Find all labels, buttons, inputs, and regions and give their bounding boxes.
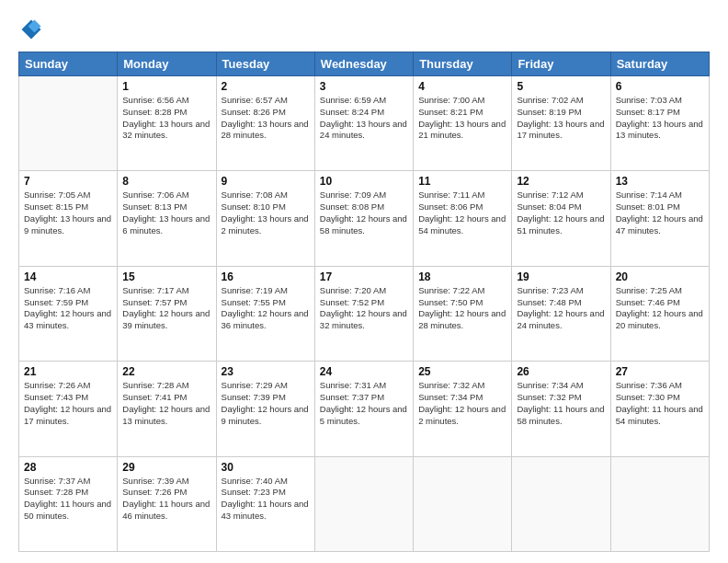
- logo-icon: [18, 17, 44, 42]
- weekday-header: Thursday: [414, 52, 512, 76]
- day-info: Sunrise: 7:25 AMSunset: 7:46 PMDaylight:…: [616, 285, 703, 330]
- day-info: Sunrise: 7:32 AMSunset: 7:34 PMDaylight:…: [418, 380, 506, 425]
- day-number: 21: [24, 365, 112, 378]
- day-number: 25: [418, 365, 506, 378]
- calendar-cell: 21 Sunrise: 7:26 AMSunset: 7:43 PMDaylig…: [19, 362, 118, 456]
- weekday-header-row: SundayMondayTuesdayWednesdayThursdayFrid…: [19, 52, 710, 76]
- day-info: Sunrise: 7:34 AMSunset: 7:32 PMDaylight:…: [517, 380, 604, 425]
- day-number: 13: [616, 175, 704, 188]
- day-number: 26: [517, 365, 605, 378]
- logo: [18, 17, 48, 42]
- day-info: Sunrise: 7:29 AMSunset: 7:39 PMDaylight:…: [222, 380, 309, 425]
- day-info: Sunrise: 6:59 AMSunset: 8:24 PMDaylight:…: [320, 95, 407, 140]
- calendar-cell: 4 Sunrise: 7:00 AMSunset: 8:21 PMDayligh…: [414, 76, 512, 171]
- day-info: Sunrise: 7:28 AMSunset: 7:41 PMDaylight:…: [122, 380, 210, 425]
- day-number: 1: [122, 80, 210, 93]
- day-info: Sunrise: 7:17 AMSunset: 7:57 PMDaylight:…: [122, 285, 210, 330]
- calendar-cell: [512, 456, 610, 551]
- calendar-cell: 24 Sunrise: 7:31 AMSunset: 7:37 PMDaylig…: [314, 362, 413, 456]
- day-info: Sunrise: 7:12 AMSunset: 8:04 PMDaylight:…: [517, 190, 604, 235]
- day-info: Sunrise: 7:09 AMSunset: 8:08 PMDaylight:…: [320, 190, 407, 235]
- day-info: Sunrise: 7:31 AMSunset: 7:37 PMDaylight:…: [320, 380, 407, 425]
- day-info: Sunrise: 7:23 AMSunset: 7:48 PMDaylight:…: [517, 285, 604, 330]
- calendar-cell: 20 Sunrise: 7:25 AMSunset: 7:46 PMDaylig…: [610, 266, 709, 361]
- day-number: 12: [517, 175, 605, 188]
- day-number: 22: [122, 365, 210, 378]
- week-row: 14 Sunrise: 7:16 AMSunset: 7:59 PMDaylig…: [19, 266, 710, 361]
- day-info: Sunrise: 6:57 AMSunset: 8:26 PMDaylight:…: [222, 95, 309, 140]
- calendar-cell: [314, 456, 413, 551]
- day-number: 20: [616, 270, 704, 283]
- week-row: 1 Sunrise: 6:56 AMSunset: 8:28 PMDayligh…: [19, 76, 710, 171]
- day-info: Sunrise: 7:20 AMSunset: 7:52 PMDaylight:…: [320, 285, 407, 330]
- day-number: 28: [24, 461, 112, 474]
- day-info: Sunrise: 7:37 AMSunset: 7:28 PMDaylight:…: [24, 476, 111, 521]
- calendar-cell: 10 Sunrise: 7:09 AMSunset: 8:08 PMDaylig…: [314, 171, 413, 266]
- calendar-cell: 17 Sunrise: 7:20 AMSunset: 7:52 PMDaylig…: [314, 266, 413, 361]
- calendar-cell: 15 Sunrise: 7:17 AMSunset: 7:57 PMDaylig…: [118, 266, 216, 361]
- day-info: Sunrise: 7:08 AMSunset: 8:10 PMDaylight:…: [222, 190, 309, 235]
- day-info: Sunrise: 7:19 AMSunset: 7:55 PMDaylight:…: [222, 285, 309, 330]
- calendar-cell: 23 Sunrise: 7:29 AMSunset: 7:39 PMDaylig…: [216, 362, 314, 456]
- day-number: 9: [222, 175, 310, 188]
- day-info: Sunrise: 7:16 AMSunset: 7:59 PMDaylight:…: [24, 285, 111, 330]
- calendar-cell: 26 Sunrise: 7:34 AMSunset: 7:32 PMDaylig…: [512, 362, 610, 456]
- weekday-header: Tuesday: [216, 52, 314, 76]
- day-number: 29: [122, 461, 210, 474]
- day-info: Sunrise: 7:03 AMSunset: 8:17 PMDaylight:…: [616, 95, 703, 140]
- calendar-cell: 6 Sunrise: 7:03 AMSunset: 8:17 PMDayligh…: [610, 76, 709, 171]
- calendar-cell: 12 Sunrise: 7:12 AMSunset: 8:04 PMDaylig…: [512, 171, 610, 266]
- calendar-cell: 7 Sunrise: 7:05 AMSunset: 8:15 PMDayligh…: [19, 171, 118, 266]
- calendar-cell: 25 Sunrise: 7:32 AMSunset: 7:34 PMDaylig…: [414, 362, 512, 456]
- week-row: 21 Sunrise: 7:26 AMSunset: 7:43 PMDaylig…: [19, 362, 710, 456]
- day-info: Sunrise: 7:02 AMSunset: 8:19 PMDaylight:…: [517, 95, 604, 140]
- calendar-cell: 14 Sunrise: 7:16 AMSunset: 7:59 PMDaylig…: [19, 266, 118, 361]
- day-info: Sunrise: 7:40 AMSunset: 7:23 PMDaylight:…: [222, 476, 309, 521]
- day-number: 14: [24, 270, 112, 283]
- calendar-cell: 3 Sunrise: 6:59 AMSunset: 8:24 PMDayligh…: [314, 76, 413, 171]
- day-info: Sunrise: 7:14 AMSunset: 8:01 PMDaylight:…: [616, 190, 703, 235]
- day-number: 18: [418, 270, 506, 283]
- day-number: 24: [320, 365, 408, 378]
- day-number: 7: [24, 175, 112, 188]
- calendar-cell: 1 Sunrise: 6:56 AMSunset: 8:28 PMDayligh…: [118, 76, 216, 171]
- calendar-cell: 11 Sunrise: 7:11 AMSunset: 8:06 PMDaylig…: [414, 171, 512, 266]
- calendar-cell: 30 Sunrise: 7:40 AMSunset: 7:23 PMDaylig…: [216, 456, 314, 551]
- calendar-cell: 29 Sunrise: 7:39 AMSunset: 7:26 PMDaylig…: [118, 456, 216, 551]
- day-info: Sunrise: 7:11 AMSunset: 8:06 PMDaylight:…: [418, 190, 506, 235]
- day-info: Sunrise: 7:36 AMSunset: 7:30 PMDaylight:…: [616, 380, 703, 425]
- calendar-cell: [414, 456, 512, 551]
- day-info: Sunrise: 7:00 AMSunset: 8:21 PMDaylight:…: [418, 95, 506, 140]
- calendar-cell: 22 Sunrise: 7:28 AMSunset: 7:41 PMDaylig…: [118, 362, 216, 456]
- header: [18, 17, 710, 42]
- weekday-header: Monday: [118, 52, 216, 76]
- day-number: 30: [222, 461, 310, 474]
- calendar-cell: 9 Sunrise: 7:08 AMSunset: 8:10 PMDayligh…: [216, 171, 314, 266]
- day-info: Sunrise: 7:22 AMSunset: 7:50 PMDaylight:…: [418, 285, 506, 330]
- day-number: 6: [616, 80, 704, 93]
- calendar-cell: 2 Sunrise: 6:57 AMSunset: 8:26 PMDayligh…: [216, 76, 314, 171]
- week-row: 7 Sunrise: 7:05 AMSunset: 8:15 PMDayligh…: [19, 171, 710, 266]
- day-number: 11: [418, 175, 506, 188]
- calendar-cell: 16 Sunrise: 7:19 AMSunset: 7:55 PMDaylig…: [216, 266, 314, 361]
- day-number: 15: [122, 270, 210, 283]
- day-info: Sunrise: 7:05 AMSunset: 8:15 PMDaylight:…: [24, 190, 111, 235]
- week-row: 28 Sunrise: 7:37 AMSunset: 7:28 PMDaylig…: [19, 456, 710, 551]
- day-number: 8: [122, 175, 210, 188]
- weekday-header: Sunday: [19, 52, 118, 76]
- day-info: Sunrise: 7:06 AMSunset: 8:13 PMDaylight:…: [122, 190, 210, 235]
- calendar-cell: 18 Sunrise: 7:22 AMSunset: 7:50 PMDaylig…: [414, 266, 512, 361]
- calendar-cell: 8 Sunrise: 7:06 AMSunset: 8:13 PMDayligh…: [118, 171, 216, 266]
- day-number: 2: [222, 80, 310, 93]
- page: SundayMondayTuesdayWednesdayThursdayFrid…: [0, 0, 728, 563]
- day-number: 4: [418, 80, 506, 93]
- calendar-cell: 13 Sunrise: 7:14 AMSunset: 8:01 PMDaylig…: [610, 171, 709, 266]
- day-number: 19: [517, 270, 605, 283]
- weekday-header: Saturday: [610, 52, 709, 76]
- day-number: 27: [616, 365, 704, 378]
- day-info: Sunrise: 7:26 AMSunset: 7:43 PMDaylight:…: [24, 380, 111, 425]
- day-number: 5: [517, 80, 605, 93]
- weekday-header: Wednesday: [314, 52, 413, 76]
- day-number: 3: [320, 80, 408, 93]
- weekday-header: Friday: [512, 52, 610, 76]
